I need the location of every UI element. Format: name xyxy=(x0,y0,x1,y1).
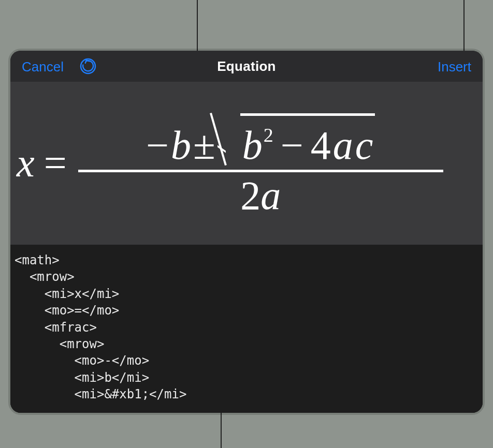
callout-line-bottom-code xyxy=(221,409,222,448)
equation-denominator: 2a xyxy=(240,173,281,218)
rad-4: 4 xyxy=(311,125,331,166)
equation-preview-pane: x = − b ± b 2 − xyxy=(10,82,483,245)
callout-line-top-insert xyxy=(463,0,465,56)
numer-minus: − xyxy=(146,125,169,166)
undo-button[interactable] xyxy=(78,56,98,77)
undo-icon xyxy=(79,57,97,75)
equation-fraction: − b ± b 2 − 4 a xyxy=(78,109,443,218)
numer-b: b xyxy=(171,125,191,166)
dialog-title: Equation xyxy=(217,58,276,74)
denom-a: a xyxy=(260,173,281,218)
insert-button[interactable]: Insert xyxy=(438,59,471,75)
radicand: b 2 − 4 a c xyxy=(240,113,375,166)
equation-editor-dialog: Cancel Equation Insert x = − b xyxy=(10,51,483,413)
equation-equals: = xyxy=(44,143,67,183)
mathml-source-editor[interactable]: <math> <mrow> <mi>x</mi> <mo>=</mo> <mfr… xyxy=(10,245,483,413)
rendered-equation: x = − b ± b 2 − xyxy=(17,109,443,218)
rad-minus: − xyxy=(281,125,303,166)
equation-numerator: − b ± b 2 − 4 a xyxy=(146,109,375,167)
fraction-bar xyxy=(78,170,443,172)
rad-a: a xyxy=(333,125,353,166)
rad-b: b xyxy=(242,125,263,166)
denom-2: 2 xyxy=(240,173,260,218)
rad-c: c xyxy=(355,125,373,166)
rad-exponent-2: 2 xyxy=(264,125,273,145)
numer-plusminus: ± xyxy=(193,125,215,166)
screenshot-canvas: Cancel Equation Insert x = − b xyxy=(0,0,493,448)
dialog-toolbar: Cancel Equation Insert xyxy=(10,51,483,82)
equation-lhs-x: x xyxy=(17,143,35,183)
numer-sqrt: b 2 − 4 a c xyxy=(218,109,375,166)
cancel-button[interactable]: Cancel xyxy=(22,59,64,75)
